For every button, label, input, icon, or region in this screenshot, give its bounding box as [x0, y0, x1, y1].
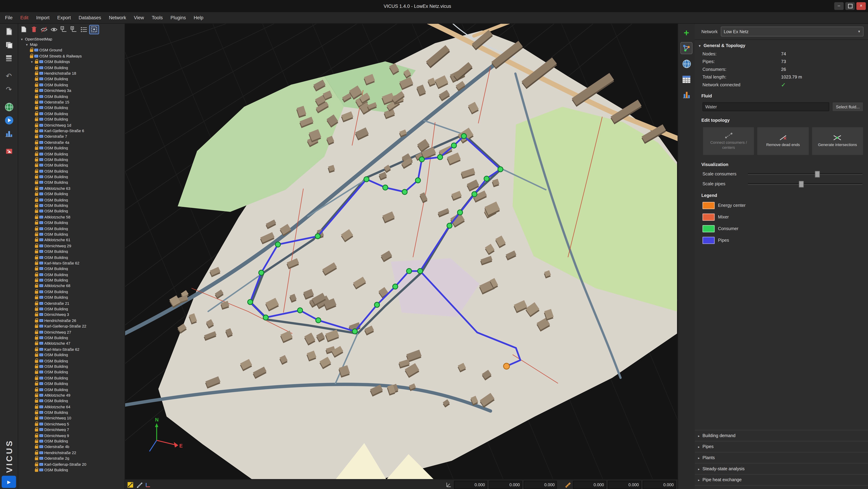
- visibility-lock-icon[interactable]: [35, 423, 38, 426]
- tree-row[interactable]: OSM Building: [18, 231, 125, 237]
- tree-row[interactable]: OSM Building: [18, 151, 125, 157]
- menu-item-edit[interactable]: Edit: [17, 12, 32, 23]
- network-combo[interactable]: Low Ex Netz ▼: [721, 27, 864, 36]
- expand-arrow-icon[interactable]: ▾: [25, 43, 29, 46]
- tree-row[interactable]: Karl-Marx-Straße 62: [18, 260, 125, 266]
- measure-toggle[interactable]: [136, 481, 143, 488]
- visibility-lock-icon[interactable]: [35, 452, 38, 455]
- geometry-icon[interactable]: [39, 417, 43, 420]
- tree-row[interactable]: OSM Building: [18, 381, 125, 387]
- visibility-lock-icon[interactable]: [35, 314, 38, 317]
- tree-row[interactable]: Oderstraße 21: [18, 300, 125, 306]
- tree-row[interactable]: Dörnichtweg 5: [18, 421, 125, 427]
- expand-arrow-icon[interactable]: ▾: [30, 60, 34, 64]
- geometry-icon[interactable]: [39, 296, 43, 299]
- geometry-icon[interactable]: [39, 394, 43, 397]
- geometry-icon[interactable]: [39, 141, 43, 143]
- visibility-lock-icon[interactable]: [35, 113, 38, 116]
- geometry-icon[interactable]: [39, 313, 43, 316]
- visibility-lock-icon[interactable]: [35, 302, 38, 305]
- menu-item-tools[interactable]: Tools: [148, 12, 166, 23]
- geometry-icon[interactable]: [39, 112, 43, 115]
- geometry-icon[interactable]: [39, 423, 43, 425]
- slider-handle[interactable]: [815, 171, 820, 177]
- tree-row[interactable]: OSM Building: [18, 220, 125, 226]
- geo-mode-button[interactable]: [680, 58, 692, 70]
- geometry-icon[interactable]: [39, 446, 43, 448]
- visibility-lock-icon[interactable]: [35, 354, 38, 357]
- tree-row[interactable]: Oderstraße 15: [18, 99, 125, 105]
- tree-row[interactable]: Altklotzsche 49: [18, 392, 125, 398]
- geometry-icon[interactable]: [39, 244, 43, 247]
- tree-row[interactable]: Altklotzsche 64: [18, 404, 125, 410]
- visibility-lock-icon[interactable]: [35, 394, 38, 397]
- tree-row[interactable]: OSM Building: [18, 254, 125, 260]
- visibility-lock-icon[interactable]: [35, 239, 38, 242]
- visibility-lock-icon[interactable]: [35, 343, 38, 346]
- tree-row[interactable]: ▾Map: [18, 42, 125, 47]
- visibility-lock-icon[interactable]: [35, 458, 38, 460]
- visibility-lock-icon[interactable]: [35, 245, 38, 248]
- visibility-lock-icon[interactable]: [35, 210, 38, 213]
- visibility-lock-icon[interactable]: [35, 90, 38, 93]
- geometry-icon[interactable]: [39, 129, 43, 132]
- geometry-icon[interactable]: [39, 153, 43, 155]
- tree-row[interactable]: OSM Building: [18, 271, 125, 277]
- geometry-icon[interactable]: [39, 331, 43, 333]
- geometry-icon[interactable]: [39, 106, 43, 109]
- geometry-icon[interactable]: [39, 77, 43, 80]
- tree-row[interactable]: ▾OpenStreetMap: [18, 36, 125, 42]
- visibility-lock-icon[interactable]: [35, 67, 38, 69]
- section-building-demand[interactable]: ▸Building demand: [695, 430, 868, 441]
- visibility-lock-icon[interactable]: [35, 107, 38, 110]
- simulation-start-button[interactable]: [3, 115, 15, 126]
- delete-object-button[interactable]: [29, 25, 38, 34]
- tree-row[interactable]: Altklotzsche 61: [18, 237, 125, 243]
- visibility-lock-icon[interactable]: [35, 199, 38, 202]
- tree-row[interactable]: OSM Building: [18, 249, 125, 254]
- visibility-lock-icon[interactable]: [35, 383, 38, 386]
- geometry-icon[interactable]: [39, 399, 43, 402]
- visibility-lock-icon[interactable]: [35, 136, 38, 138]
- tree-row[interactable]: OSM Building: [18, 76, 125, 82]
- undo-button[interactable]: ↶: [3, 70, 15, 82]
- visibility-lock-icon[interactable]: [35, 251, 38, 253]
- geometry-icon[interactable]: [39, 457, 43, 460]
- tree-row[interactable]: OSM Building: [18, 197, 125, 203]
- visibility-lock-icon[interactable]: [35, 84, 38, 87]
- visibility-lock-icon[interactable]: [35, 406, 38, 409]
- visibility-lock-icon[interactable]: [35, 141, 38, 144]
- tree-row[interactable]: OSM Building: [18, 277, 125, 283]
- geometry-icon[interactable]: [39, 451, 43, 454]
- geometry-icon[interactable]: [39, 302, 43, 304]
- results-view-button[interactable]: [3, 128, 15, 139]
- geometry-icon[interactable]: [39, 342, 43, 345]
- visibility-lock-icon[interactable]: [35, 216, 38, 219]
- tree-row[interactable]: OSM Building: [18, 116, 125, 122]
- generate-intersections-button[interactable]: Generate intersections: [811, 127, 864, 155]
- tree-row[interactable]: Oderstraße 4a: [18, 139, 125, 145]
- geometry-icon[interactable]: [39, 147, 43, 150]
- visibility-lock-icon[interactable]: [35, 331, 38, 334]
- geometry-icon[interactable]: [39, 164, 43, 167]
- new-project-button[interactable]: [3, 26, 15, 37]
- tree-row[interactable]: OSM Building: [18, 398, 125, 404]
- visibility-lock-icon[interactable]: [35, 170, 38, 173]
- tree-row[interactable]: Altklotzsche 47: [18, 340, 125, 346]
- geometry-icon[interactable]: [39, 216, 43, 219]
- section-steady-state-analysis[interactable]: ▸Steady-state analysis: [695, 463, 868, 474]
- minimize-button[interactable]: –: [834, 2, 844, 10]
- section-pipes[interactable]: ▸Pipes: [695, 441, 868, 452]
- geometry-icon[interactable]: [39, 238, 43, 241]
- geometry-icon[interactable]: [39, 124, 43, 126]
- visibility-lock-icon[interactable]: [35, 412, 38, 414]
- tree-row[interactable]: OSM Building: [18, 289, 125, 294]
- visibility-lock-icon[interactable]: [35, 441, 38, 443]
- visibility-lock-icon[interactable]: [35, 119, 38, 121]
- export-image-button[interactable]: [3, 145, 15, 157]
- visibility-lock-icon[interactable]: [35, 101, 38, 104]
- visibility-lock-icon[interactable]: [35, 233, 38, 236]
- select-fluid-button[interactable]: Select fluid...: [832, 102, 864, 112]
- visibility-lock-icon[interactable]: [35, 429, 38, 432]
- tree-row[interactable]: Oderstraße 7: [18, 134, 125, 139]
